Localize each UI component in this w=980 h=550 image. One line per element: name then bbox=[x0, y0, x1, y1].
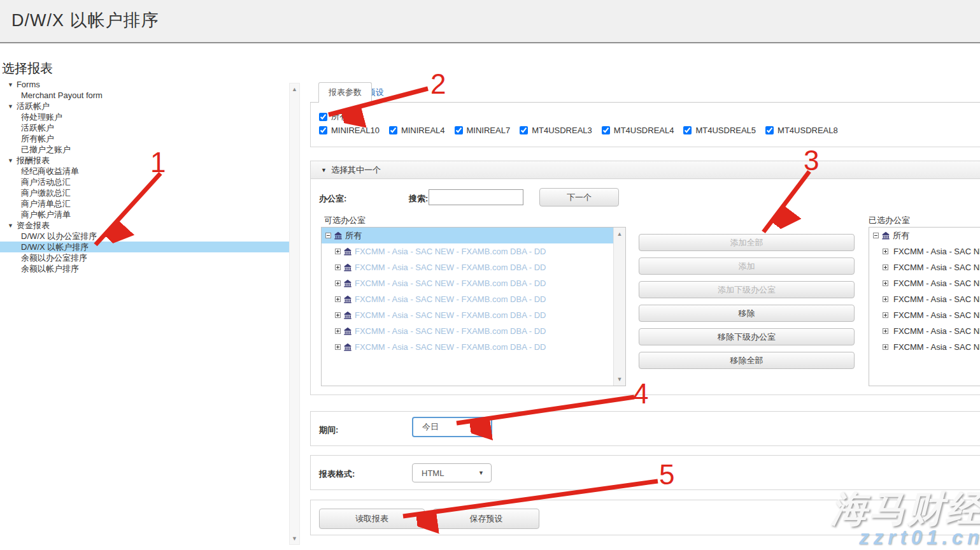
tree-item-active-accounts[interactable]: 活跃帐户 bbox=[0, 122, 290, 133]
scroll-down-icon[interactable]: ▼ bbox=[290, 535, 299, 542]
save-preset-button[interactable]: 保存预设 bbox=[433, 509, 539, 529]
office-node-all[interactable]: 所有 bbox=[869, 228, 980, 243]
scroll-down-icon[interactable]: ▼ bbox=[614, 376, 625, 382]
period-select[interactable]: 今日 ▼ bbox=[412, 417, 492, 437]
office-node-all[interactable]: 所有 bbox=[322, 228, 613, 243]
collapse-triangle-icon: ▼ bbox=[8, 101, 13, 112]
collapse-triangle-icon: ▼ bbox=[8, 221, 13, 231]
server-checkbox-mt4usdreal4[interactable] bbox=[602, 126, 610, 134]
search-label: 搜索: bbox=[409, 193, 428, 205]
add-button[interactable]: 添加 bbox=[639, 257, 855, 275]
all-servers-checkbox[interactable] bbox=[319, 113, 327, 121]
expand-box-icon[interactable] bbox=[335, 280, 341, 286]
next-button[interactable]: 下一个 bbox=[539, 188, 619, 206]
expand-box-icon[interactable] bbox=[335, 249, 341, 254]
office-node[interactable]: FXCMM - Asia - SAC NEW - FXAMB.com DBA -… bbox=[322, 291, 613, 307]
office-search-input[interactable] bbox=[429, 189, 523, 205]
tree-item-balance-by-office[interactable]: 余额以办公室排序 bbox=[0, 252, 290, 263]
tree-item-merchant-list-summary[interactable]: 商户清单总汇 bbox=[0, 198, 290, 209]
expand-box-icon[interactable] bbox=[883, 312, 888, 318]
expand-box-icon[interactable] bbox=[883, 328, 888, 334]
add-all-button[interactable]: 添加全部 bbox=[639, 234, 855, 251]
server-checkbox-minireal4[interactable] bbox=[389, 126, 397, 134]
expand-box-icon[interactable] bbox=[335, 328, 341, 334]
add-sub-offices-button[interactable]: 添加下级办公室 bbox=[639, 281, 855, 298]
listbox-scrollbar[interactable]: ▲ ▼ bbox=[613, 228, 625, 386]
server-label: MINIREAL7 bbox=[467, 126, 511, 135]
server-checkbox-minireal10[interactable] bbox=[319, 126, 327, 134]
remove-sub-offices-button[interactable]: 移除下级办公室 bbox=[639, 328, 855, 345]
office-node[interactable]: FXCMM - Asia - SAC NEW - FXAMB.com DBA -… bbox=[322, 259, 613, 275]
server-checkbox-mt4usdreal3[interactable] bbox=[520, 126, 528, 134]
server-checkbox-panel: 所有 MINIREAL10 MINIREAL4 MINIREAL7 MT4USD… bbox=[310, 103, 980, 147]
office-building-icon bbox=[343, 279, 352, 287]
expand-box-icon[interactable] bbox=[883, 296, 888, 302]
scroll-up-icon[interactable]: ▲ bbox=[614, 231, 625, 237]
expand-box-icon[interactable] bbox=[883, 344, 888, 350]
collapse-triangle-icon: ▼ bbox=[8, 80, 13, 90]
expand-box-icon[interactable] bbox=[335, 344, 341, 350]
office-node[interactable]: FXCMM - Asia - SAC NEW - FXAMB.com DBA -… bbox=[322, 339, 613, 355]
office-node[interactable]: FXCMM - Asia - SAC NEW - FXAMB.com DBA -… bbox=[322, 275, 613, 291]
expand-box-icon[interactable] bbox=[883, 249, 888, 254]
office-node[interactable]: FXCMM - Asia - SAC NEW - FXAMB.com DBA -… bbox=[322, 307, 613, 323]
sidebar-scrollbar[interactable]: ▲ ▼ bbox=[289, 83, 300, 545]
office-node[interactable]: FXCMM - Asia - SAC NEW - FXAMB.com DBA -… bbox=[869, 339, 980, 355]
server-label: MT4USDREAL5 bbox=[695, 126, 756, 135]
expand-box-icon[interactable] bbox=[335, 296, 341, 302]
tree-group-compensation-reports[interactable]: ▼报酬报表 bbox=[0, 155, 290, 166]
collapse-triangle-icon: ▼ bbox=[8, 156, 13, 166]
tree-item-merchant-activity[interactable]: 商户活动总汇 bbox=[0, 177, 290, 187]
collapse-box-icon[interactable] bbox=[873, 233, 879, 238]
tree-group-funds-reports[interactable]: ▼资金报表 bbox=[0, 220, 290, 231]
server-label: MINIREAL4 bbox=[401, 126, 445, 135]
action-panel: 读取报表 保存预设 bbox=[310, 500, 980, 535]
expand-box-icon[interactable] bbox=[335, 264, 341, 270]
load-report-button[interactable]: 读取报表 bbox=[319, 509, 425, 529]
section-header-choose-one[interactable]: ▼选择其中一个 bbox=[311, 161, 980, 179]
tree-group-active-accounts[interactable]: ▼活跃帐户 bbox=[0, 101, 290, 112]
expand-box-icon[interactable] bbox=[883, 264, 888, 270]
server-label: MT4USDREAL4 bbox=[614, 126, 674, 135]
office-node[interactable]: FXCMM - Asia - SAC NEW - FXAMB.com DBA -… bbox=[322, 243, 613, 259]
server-checkbox-mt4usdreal8[interactable] bbox=[765, 126, 774, 134]
office-node[interactable]: FXCMM - Asia - SAC NEW - FXAMB.com DBA -… bbox=[869, 259, 980, 275]
office-node[interactable]: FXCMM - Asia - SAC NEW - FXAMB.com DBA -… bbox=[869, 275, 980, 291]
tree-item-closed-accounts[interactable]: 已撤户之账户 bbox=[0, 144, 290, 155]
tree-item-dwx-by-account[interactable]: D/W/X 以帐户排序 bbox=[0, 242, 290, 252]
tree-group-forms[interactable]: ▼Forms bbox=[0, 79, 290, 90]
chevron-down-icon: ▼ bbox=[478, 470, 484, 476]
tree-item-dwx-by-office[interactable]: D/W/X 以办公室排序 bbox=[0, 231, 290, 242]
remove-all-button[interactable]: 移除全部 bbox=[639, 352, 855, 369]
tree-item-pending-accounts[interactable]: 待处理账户 bbox=[0, 112, 290, 122]
tree-item-merchant-account-list[interactable]: 商户帐户清单 bbox=[0, 209, 290, 220]
office-building-icon bbox=[343, 327, 352, 335]
office-node[interactable]: FXCMM - Asia - SAC NEW - FXAMB.com DBA -… bbox=[869, 307, 980, 323]
office-building-icon bbox=[343, 311, 352, 319]
office-node[interactable]: FXCMM - Asia - SAC NEW - FXAMB.com DBA -… bbox=[322, 323, 613, 339]
office-building-icon bbox=[343, 247, 352, 256]
office-building-icon bbox=[343, 295, 352, 303]
report-format-panel: 报表格式: HTML ▼ bbox=[310, 455, 980, 490]
expand-box-icon[interactable] bbox=[883, 280, 888, 286]
office-chooser-section: ▼选择其中一个 办公室: 搜索: 下一个 可选办公室 已选办公室 所有 FXCM… bbox=[310, 161, 980, 395]
report-format-select[interactable]: HTML ▼ bbox=[412, 463, 492, 482]
report-picker-heading: 选择报表 bbox=[2, 60, 53, 77]
office-node[interactable]: FXCMM - Asia - SAC NEW - FXAMB.com DBA -… bbox=[869, 291, 980, 307]
remove-button[interactable]: 移除 bbox=[639, 305, 855, 322]
office-node[interactable]: FXCMM - Asia - SAC NEW - FXAMB.com DBA -… bbox=[869, 243, 980, 259]
tree-item-all-accounts[interactable]: 所有帐户 bbox=[0, 133, 290, 144]
chevron-down-icon: ▼ bbox=[478, 424, 484, 430]
tree-item-merchant-payout[interactable]: Merchant Payout form bbox=[0, 90, 290, 101]
collapse-box-icon[interactable] bbox=[325, 233, 331, 238]
scroll-up-icon[interactable]: ▲ bbox=[290, 86, 299, 92]
tree-item-broker-revenue[interactable]: 经纪商收益清单 bbox=[0, 166, 290, 177]
available-offices-listbox: 所有 FXCMM - Asia - SAC NEW - FXAMB.com DB… bbox=[321, 227, 626, 386]
server-checkbox-mt4usdreal5[interactable] bbox=[683, 126, 692, 134]
tree-item-balance-by-account[interactable]: 余额以帐户排序 bbox=[0, 263, 290, 274]
office-node[interactable]: FXCMM - Asia - SAC NEW - FXAMB.com DBA -… bbox=[869, 323, 980, 339]
tab-report-parameters[interactable]: 报表参数 bbox=[318, 82, 372, 103]
expand-box-icon[interactable] bbox=[335, 312, 341, 318]
tree-item-merchant-payments[interactable]: 商户缴款总汇 bbox=[0, 187, 290, 198]
server-checkbox-minireal7[interactable] bbox=[455, 126, 463, 134]
